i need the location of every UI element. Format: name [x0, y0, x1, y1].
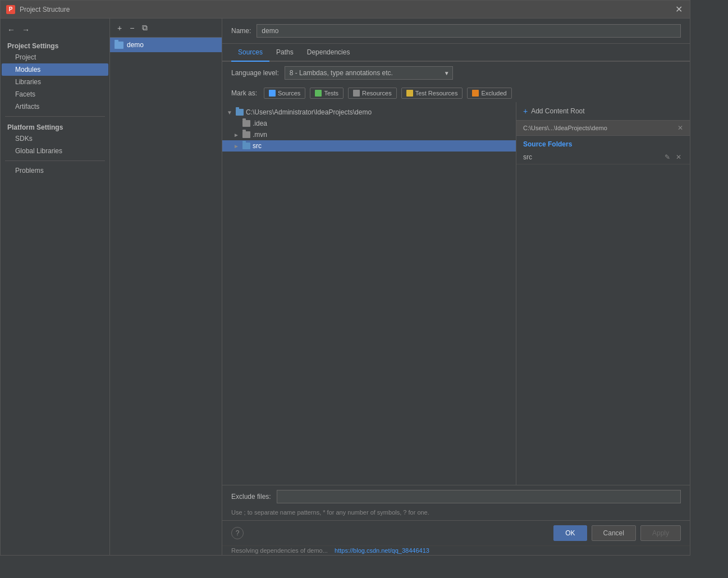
- file-tree[interactable]: ▼ C:\Users\Administrator\IdeaProjects\de…: [222, 102, 516, 485]
- resources-color-icon: [353, 90, 360, 97]
- tree-arrow-src: ►: [233, 143, 240, 149]
- language-level-select[interactable]: 3 - Inner classes, static initializers 4…: [285, 66, 453, 80]
- delete-source-folder-button[interactable]: ✕: [674, 153, 683, 162]
- tab-paths[interactable]: Paths: [269, 44, 300, 62]
- close-button[interactable]: ✕: [673, 4, 684, 15]
- sidebar-divider: [5, 116, 105, 117]
- name-label: Name:: [231, 27, 251, 35]
- test-resources-color-icon: [406, 90, 413, 97]
- sidebar-nav: ← →: [1, 23, 109, 36]
- name-row: Name:: [222, 19, 690, 44]
- language-level-label: Language level:: [231, 69, 279, 77]
- mark-as-row: Mark as: Sources Tests Resources Test Re…: [222, 84, 690, 102]
- apply-button[interactable]: Apply: [640, 525, 681, 541]
- tree-folder-icon-root: [236, 109, 244, 116]
- status-text: Resolving dependencies of demo... https:…: [231, 547, 429, 554]
- name-input[interactable]: [257, 24, 681, 38]
- forward-button[interactable]: →: [20, 24, 32, 35]
- add-module-button[interactable]: +: [115, 22, 125, 34]
- status-bar: Resolving dependencies of demo... https:…: [222, 545, 690, 555]
- tree-item-mvn-label: .mvn: [253, 131, 267, 139]
- tests-color-icon: [315, 90, 322, 97]
- source-folder-name: src: [523, 153, 532, 161]
- sidebar-item-global-libraries[interactable]: Global Libraries: [2, 145, 108, 157]
- sidebar-item-sdks[interactable]: SDKs: [2, 132, 108, 145]
- sidebar-item-modules[interactable]: Modules: [2, 63, 108, 76]
- mark-tests-button[interactable]: Tests: [310, 88, 344, 99]
- tree-item-idea-label: .idea: [253, 120, 267, 127]
- sidebar-item-problems[interactable]: Problems: [2, 164, 108, 177]
- excluded-color-icon: [472, 90, 479, 97]
- help-button[interactable]: ?: [231, 527, 244, 539]
- mark-resources-button[interactable]: Resources: [348, 88, 397, 99]
- back-button[interactable]: ←: [5, 24, 17, 35]
- edit-source-folder-button[interactable]: ✎: [663, 153, 672, 162]
- tree-item-root[interactable]: ▼ C:\Users\Administrator\IdeaProjects\de…: [222, 107, 516, 118]
- mark-excluded-button[interactable]: Excluded: [467, 88, 511, 99]
- module-folder-icon: [115, 42, 123, 49]
- remove-module-button[interactable]: −: [127, 22, 137, 34]
- tree-item-idea[interactable]: .idea: [222, 118, 516, 129]
- bottom-actions: OK Cancel Apply: [553, 525, 681, 541]
- source-folders-header: Source Folders: [516, 136, 690, 150]
- source-folder-actions: ✎ ✕: [663, 153, 683, 162]
- cancel-button[interactable]: Cancel: [592, 525, 636, 541]
- tree-panel-area: ▼ C:\Users\Administrator\IdeaProjects\de…: [222, 102, 690, 485]
- exclude-files-row: Exclude files:: [222, 485, 690, 508]
- mark-test-resources-button[interactable]: Test Resources: [401, 88, 463, 99]
- title-bar: P Project Structure ✕: [1, 1, 690, 19]
- app-icon: P: [6, 5, 15, 14]
- tree-folder-icon-idea: [242, 120, 250, 127]
- tree-arrow-mvn: ►: [233, 132, 240, 138]
- exclude-files-hint: Use ; to separate name patterns, * for a…: [222, 508, 690, 520]
- status-url: https://blog.csdn.net/qq_38446413: [335, 547, 429, 554]
- tree-folder-icon-src: [242, 143, 250, 149]
- tree-item-src-label: src: [253, 142, 262, 150]
- tree-arrow-root: ▼: [227, 109, 233, 116]
- right-panel: + Add Content Root C:\Users\...\IdeaProj…: [516, 102, 690, 485]
- content-root-header: C:\Users\...\IdeaProjects\demo ✕: [516, 121, 690, 136]
- tab-sources[interactable]: Sources: [231, 44, 269, 62]
- exclude-files-label: Exclude files:: [231, 493, 271, 501]
- sidebar-item-artifacts[interactable]: Artifacts: [2, 100, 108, 113]
- mark-sources-button[interactable]: Sources: [264, 88, 305, 99]
- project-settings-header: Project Settings: [1, 39, 109, 51]
- sidebar-item-facets[interactable]: Facets: [2, 88, 108, 100]
- module-toolbar: + − ⧉: [110, 19, 222, 38]
- sources-color-icon: [269, 90, 276, 97]
- add-content-root-icon: +: [523, 107, 528, 116]
- content-area: ← → Project Settings Project Modules Lib…: [1, 19, 690, 555]
- sidebar-item-project[interactable]: Project: [2, 51, 108, 63]
- module-list-area: + − ⧉ demo: [110, 19, 222, 555]
- copy-module-button[interactable]: ⧉: [139, 22, 150, 34]
- tree-item-src[interactable]: ► src: [222, 140, 516, 152]
- language-level-select-wrapper: 3 - Inner classes, static initializers 4…: [285, 66, 453, 80]
- source-folder-item-src: src ✎ ✕: [516, 150, 690, 164]
- tabs-bar: Sources Paths Dependencies: [222, 44, 690, 62]
- platform-settings-header: Platform Settings: [1, 120, 109, 132]
- content-root-close-button[interactable]: ✕: [677, 124, 683, 132]
- exclude-files-input[interactable]: [277, 490, 681, 503]
- language-level-row: Language level: 3 - Inner classes, stati…: [222, 62, 690, 84]
- dialog-title: Project Structure: [20, 6, 70, 13]
- mark-as-label: Mark as:: [231, 89, 257, 97]
- add-content-root-button[interactable]: + Add Content Root: [516, 102, 690, 121]
- sidebar-item-libraries[interactable]: Libraries: [2, 76, 108, 88]
- title-bar-left: P Project Structure: [6, 5, 70, 14]
- module-name: demo: [127, 41, 144, 49]
- tree-folder-icon-mvn: [242, 131, 250, 138]
- bottom-bar: ? OK Cancel Apply: [222, 520, 690, 545]
- main-content: Name: Sources Paths Dependencies Languag…: [222, 19, 690, 555]
- module-item-demo[interactable]: demo: [110, 38, 222, 52]
- tree-item-root-label: C:\Users\Administrator\IdeaProjects\demo: [246, 108, 372, 116]
- tree-item-mvn[interactable]: ► .mvn: [222, 129, 516, 140]
- sidebar-divider-2: [5, 160, 105, 161]
- content-root-path: C:\Users\...\IdeaProjects\demo: [523, 125, 607, 131]
- sidebar: ← → Project Settings Project Modules Lib…: [1, 19, 110, 555]
- ok-button[interactable]: OK: [553, 525, 587, 541]
- project-structure-dialog: P Project Structure ✕ ← → Project Settin…: [0, 0, 690, 556]
- add-content-root-label: Add Content Root: [531, 107, 584, 115]
- tab-dependencies[interactable]: Dependencies: [300, 44, 357, 62]
